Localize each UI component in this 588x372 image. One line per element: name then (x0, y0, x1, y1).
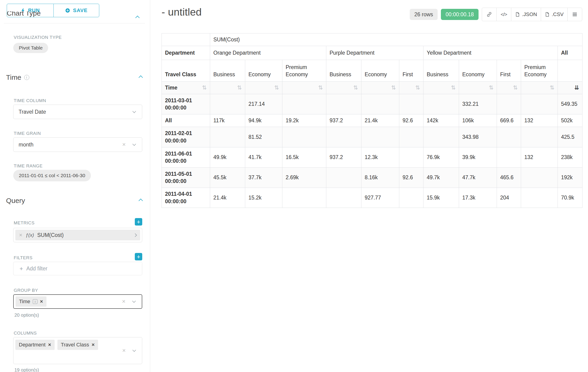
query-section-title: Query (6, 197, 25, 205)
time-grain-select[interactable]: month × (13, 138, 142, 152)
function-icon: ƒ(x) (26, 232, 34, 238)
copy-link-button[interactable] (482, 8, 497, 21)
add-filter-button[interactable]: + Add filter (13, 262, 142, 275)
pivot-value-cell (282, 94, 326, 114)
sort-icon[interactable]: ⇅ (353, 84, 358, 91)
pivot-value-cell: 45.5k (210, 168, 245, 188)
remove-tag-icon[interactable]: × (92, 342, 94, 348)
export-csv-label: .CSV (552, 11, 564, 17)
pivot-value-cell (423, 94, 459, 114)
pivot-value-cell: 41.7k (245, 147, 282, 168)
pivot-value-cell (497, 94, 521, 114)
clear-icon[interactable]: × (122, 347, 126, 353)
pivot-value-cell: 49.9k (210, 147, 245, 168)
menu-button[interactable] (567, 8, 582, 21)
sort-icon[interactable]: ⇅ (202, 84, 207, 91)
row-header-cell: 2011-02-01 00:00:00 (162, 127, 210, 147)
pivot-value-cell: 937.2 (326, 114, 361, 127)
group-by-options-count: 20 option(s) (14, 312, 39, 318)
code-icon: </> (501, 12, 507, 17)
group-by-select[interactable]: Time i × × (13, 294, 142, 309)
viz-type-pill[interactable]: Pivot Table (13, 43, 48, 53)
time-column-select[interactable]: Travel Date (13, 105, 142, 119)
column-tag-label: Travel Class (61, 342, 89, 348)
column-tag[interactable]: Travel Class× (57, 340, 98, 350)
collapse-chevron-icon[interactable] (138, 199, 143, 203)
class-header-cell: Business (210, 60, 245, 82)
sort-icon[interactable]: ⇅ (489, 84, 494, 91)
sort-icon[interactable]: ⇅ (274, 84, 279, 91)
query-section-header[interactable]: Query (6, 197, 142, 205)
filters-label: FILTERS (14, 255, 32, 260)
export-json-button[interactable]: .JSON (511, 8, 541, 21)
sort-desc-icon[interactable]: ⇊ (574, 84, 579, 91)
pivot-value-cell: 425.5 (558, 127, 582, 147)
pivot-value-cell: 132 (521, 147, 558, 168)
export-csv-button[interactable]: .CSV (541, 8, 567, 21)
clear-icon[interactable]: × (122, 141, 126, 147)
pivot-value-cell (282, 188, 326, 208)
sort-icon[interactable]: ⇅ (318, 84, 323, 91)
time-label-cell: Time⇅ (162, 82, 210, 94)
pivot-value-cell (361, 94, 399, 114)
pivot-value-cell (521, 168, 558, 188)
chevron-down-icon (133, 109, 136, 113)
collapse-chevron-icon[interactable] (138, 75, 143, 80)
chevron-down-icon (132, 299, 136, 303)
pivot-value-cell: 927.77 (361, 188, 399, 208)
pivot-value-cell: 192k (558, 168, 582, 188)
metrics-control[interactable]: × ƒ(x) SUM(Cost) (13, 228, 142, 242)
remove-tag-icon[interactable]: × (40, 298, 43, 305)
group-by-label: GROUP BY (14, 288, 38, 293)
metric-pill[interactable]: × ƒ(x) SUM(Cost) (15, 230, 140, 240)
embed-code-button[interactable]: </> (496, 8, 511, 21)
remove-metric-icon[interactable]: × (19, 232, 22, 238)
viz-type-label: VISUALIZATION TYPE (14, 35, 62, 40)
chart-type-section-header[interactable]: Chart Type (7, 11, 142, 20)
pivot-value-cell (326, 127, 361, 147)
pivot-value-cell: 142k (423, 114, 459, 127)
pivot-value-cell (497, 147, 521, 168)
time-section-header[interactable]: Time i (6, 74, 142, 81)
table-row: 2011-02-01 00:00:0081.52343.98425.5 (162, 127, 582, 147)
clear-icon[interactable]: × (122, 298, 126, 304)
pivot-value-cell: 15.2k (245, 188, 282, 208)
metric-header-cell: SUM(Cost) (210, 33, 582, 46)
file-icon (545, 12, 549, 17)
pivot-value-cell (326, 94, 361, 114)
add-filter-plus-button[interactable]: + (135, 253, 142, 260)
add-metric-button[interactable]: + (135, 218, 142, 225)
remove-tag-icon[interactable]: × (48, 342, 51, 348)
sort-icon[interactable]: ⇅ (415, 84, 420, 91)
info-icon: i (33, 299, 37, 304)
chart-title[interactable]: - untitled (161, 6, 202, 18)
sort-icon[interactable]: ⇅ (550, 84, 554, 91)
chevron-down-icon (133, 142, 136, 146)
columns-tags: Department×Travel Class× (15, 340, 98, 350)
sort-icon[interactable]: ⇅ (237, 84, 242, 91)
group-by-tag[interactable]: Time i × (16, 297, 46, 307)
pivot-value-cell: 549.35 (558, 94, 582, 114)
class-header-cell: First (497, 60, 521, 82)
chevron-up-icon (136, 16, 139, 20)
pivot-value-cell: 37.7k (245, 168, 282, 188)
pivot-value-cell (326, 168, 361, 188)
pivot-value-cell (210, 127, 245, 147)
pivot-value-cell: 204 (497, 188, 521, 208)
pivot-value-cell (361, 127, 399, 147)
sort-icon[interactable]: ⇅ (513, 84, 518, 91)
table-row: All117k94.9k19.2k937.221.4k92.6142k106k6… (162, 114, 582, 127)
chevron-right-icon[interactable] (133, 233, 137, 237)
travel-class-label-cell: Travel Class (162, 60, 210, 82)
pivot-value-cell: 94.9k (245, 114, 282, 127)
time-range-pill[interactable]: 2011-01-01 ≤ col < 2011-06-30 (13, 170, 91, 181)
column-tag[interactable]: Department× (15, 340, 55, 350)
sort-icon[interactable]: ⇅ (391, 84, 396, 91)
pivot-value-cell: 106k (459, 114, 497, 127)
class-header-cell: First (399, 60, 423, 82)
columns-select[interactable]: Department×Travel Class× × (13, 337, 142, 364)
sort-icon[interactable]: ⇅ (451, 84, 455, 91)
group-header-cell: Yellow Department (423, 46, 558, 60)
pivot-value-cell: 70.9k (558, 188, 582, 208)
pivot-value-cell (399, 94, 423, 114)
